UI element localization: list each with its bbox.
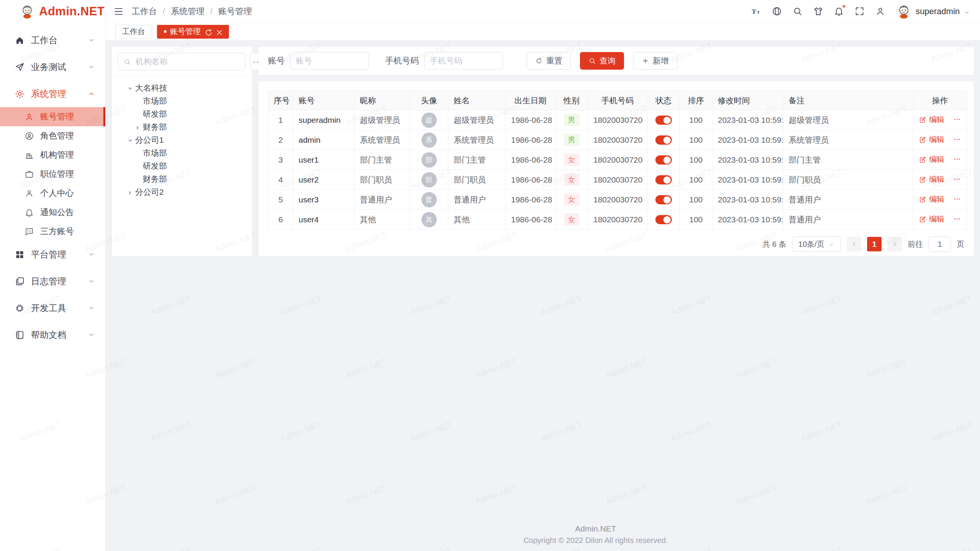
sidebar-item-platform-manage[interactable]: 平台管理	[0, 241, 105, 268]
search-icon[interactable]	[792, 6, 803, 16]
cell-account: superadmin	[293, 110, 354, 130]
breadcrumb-item[interactable]: 工作台	[132, 6, 157, 17]
status-toggle[interactable]	[655, 175, 672, 184]
sidebar-item-dev-tools[interactable]: 开发工具	[0, 295, 105, 321]
next-page-button[interactable]	[887, 237, 902, 251]
tree-node[interactable]: 分公司2	[115, 186, 249, 199]
breadcrumb-item[interactable]: 系统管理	[171, 6, 204, 17]
status-toggle[interactable]	[655, 195, 672, 204]
sidebar-item-workbench[interactable]: 工作台	[0, 27, 105, 54]
sidebar-item-notice[interactable]: 通知公告	[0, 203, 105, 222]
tree-node[interactable]: 市场部	[115, 147, 249, 160]
cell-sort: 100	[680, 170, 712, 190]
tree-node[interactable]: 研发部	[115, 160, 249, 173]
cell-account: admin	[293, 130, 354, 150]
row-more-button[interactable]	[953, 195, 961, 203]
font-size-icon[interactable]: TT	[751, 6, 761, 16]
caret-down-icon[interactable]	[126, 84, 133, 92]
cell-sort: 100	[680, 190, 712, 210]
status-toggle[interactable]	[655, 135, 672, 145]
sidebar-item-personal-center[interactable]: 个人中心	[0, 184, 105, 203]
edit-icon	[919, 215, 926, 223]
table-row: 6 user4 其他 其 其他 1986-06-28 女 18020030720…	[268, 210, 967, 230]
tree-node-label: 大名科技	[135, 83, 167, 93]
tree-node[interactable]: 大名科技	[115, 82, 249, 95]
sidebar-item-org-manage[interactable]: 机构管理	[0, 145, 105, 165]
status-toggle[interactable]	[655, 215, 672, 224]
tab-label: 工作台	[122, 26, 145, 37]
sidebar-item-help-docs[interactable]: 帮助文档	[0, 321, 105, 348]
language-icon[interactable]	[772, 6, 782, 16]
org-search-input[interactable]	[118, 53, 245, 70]
tree-node[interactable]: 研发部	[115, 108, 249, 121]
page-1-button[interactable]: 1	[867, 237, 882, 251]
phone-input[interactable]	[424, 52, 503, 70]
sidebar-item-account-manage[interactable]: 账号管理	[0, 107, 105, 126]
sidebar-item-label: 角色管理	[40, 130, 74, 142]
caret-right-icon[interactable]	[133, 123, 141, 131]
theme-icon[interactable]	[813, 6, 823, 16]
add-button[interactable]: 新增	[633, 52, 677, 70]
edit-button[interactable]: 编辑	[919, 214, 944, 224]
edit-button[interactable]: 编辑	[919, 154, 944, 165]
edit-icon	[919, 156, 926, 163]
tree-node[interactable]: 市场部	[115, 95, 249, 108]
sidebar-item-third-account[interactable]: 三方账号	[0, 222, 105, 241]
caret-right-icon[interactable]	[126, 188, 133, 196]
reset-button[interactable]: 重置	[527, 52, 571, 70]
account-input[interactable]	[290, 52, 369, 70]
cell-modified: 2023-01-03 10:59:44	[712, 110, 783, 130]
sidebar-item-system-manage[interactable]: 系统管理	[0, 80, 105, 107]
cell-phone: 18020030720	[588, 170, 647, 190]
cell-avatar: 超	[410, 110, 448, 130]
row-more-button[interactable]	[953, 135, 961, 143]
edit-button[interactable]: 编辑	[919, 194, 944, 204]
sidebar-item-position-manage[interactable]: 职位管理	[0, 165, 105, 184]
fullscreen-icon[interactable]	[854, 6, 865, 16]
org-tree-panel: ··· 大名科技 市场部 研发部 财务部 分公司1 市场部 研发部 财务部 分公…	[112, 47, 252, 256]
org-name-field[interactable]	[135, 57, 240, 67]
user-icon	[24, 112, 34, 122]
edit-button[interactable]: 编辑	[919, 174, 944, 184]
tree-node-label: 研发部	[143, 109, 167, 119]
breadcrumb-item[interactable]: 账号管理	[218, 6, 252, 17]
search-icon	[588, 57, 596, 65]
tree-node-label: 市场部	[143, 148, 167, 158]
profile-icon[interactable]	[875, 6, 885, 16]
tab-workbench[interactable]: 工作台	[115, 25, 152, 39]
sidebar-item-label: 帮助文档	[31, 329, 66, 341]
brand-logo[interactable]: Admin.NET	[0, 0, 105, 23]
user-menu[interactable]: superadmin	[896, 3, 970, 20]
plus-icon	[642, 57, 649, 65]
avatar: 普	[421, 192, 437, 207]
edit-button[interactable]: 编辑	[919, 114, 944, 125]
tree-node[interactable]: 分公司1	[115, 134, 249, 147]
refresh-tab-icon[interactable]	[204, 28, 211, 35]
edit-button[interactable]: 编辑	[919, 134, 944, 145]
row-more-button[interactable]	[953, 175, 961, 183]
caret-down-icon[interactable]	[126, 136, 133, 144]
row-more-button[interactable]	[953, 155, 961, 163]
menu-fold-icon[interactable]	[113, 6, 124, 17]
gender-tag: 女	[564, 154, 579, 166]
sidebar-item-business-test[interactable]: 业务测试	[0, 54, 105, 80]
status-toggle[interactable]	[655, 155, 672, 165]
sidebar-item-log-manage[interactable]: 日志管理	[0, 268, 105, 295]
prev-page-button[interactable]	[847, 237, 861, 251]
caret-right-icon	[133, 123, 142, 132]
brand-name: Admin.NET	[39, 5, 105, 18]
status-toggle[interactable]	[655, 116, 672, 125]
page-size-select[interactable]: 10条/页	[792, 236, 841, 252]
table-row: 1 superadmin 超级管理员 超 超级管理员 1986-06-28 男 …	[268, 110, 967, 130]
tab-account-manage[interactable]: 账号管理	[157, 25, 229, 39]
tree-node[interactable]: 财务部	[115, 121, 249, 134]
column-header-modified: 修改时间	[712, 91, 783, 110]
goto-page-input[interactable]	[929, 236, 951, 252]
sidebar-item-role-manage[interactable]: 角色管理	[0, 126, 105, 145]
notification-icon[interactable]	[834, 6, 844, 16]
tree-node[interactable]: 财务部	[115, 173, 249, 186]
row-more-button[interactable]	[953, 115, 961, 124]
close-tab-icon[interactable]	[215, 28, 222, 35]
row-more-button[interactable]	[953, 215, 961, 223]
query-button[interactable]: 查询	[580, 52, 624, 70]
